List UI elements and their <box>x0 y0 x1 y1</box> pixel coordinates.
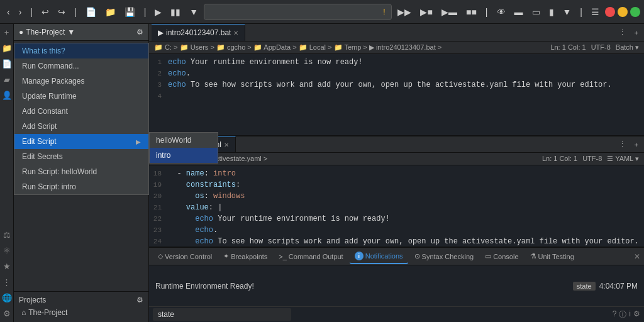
open-button[interactable]: 📁 <box>102 5 119 19</box>
globe-icon[interactable]: 🌐 <box>1 292 13 304</box>
run-command-label: Run Command... <box>22 62 79 70</box>
new-tab-btn[interactable]: + <box>631 26 641 38</box>
lower-code-line-20: 20 os: windows <box>149 191 644 202</box>
separator3: | <box>141 5 150 19</box>
edit-script-item[interactable]: Edit Script ▶ <box>14 134 148 149</box>
main-layout: + 📁 📄 ▰ 👤 ⚖ ⚛ ★ ⋮ 🌐 ⚙ ● The-Project ▼ ⚙ … <box>0 24 644 322</box>
add-script-item[interactable]: Add Script <box>14 119 148 134</box>
bottom-panel-close[interactable]: ✕ <box>634 252 640 261</box>
window-close-button[interactable] <box>605 7 615 17</box>
add-constant-item[interactable]: Add Constant <box>14 104 148 119</box>
project-list-item[interactable]: ⌂ The-Project <box>19 307 143 318</box>
save-button[interactable]: 💾 <box>121 5 138 19</box>
project-header[interactable]: ● The-Project ▼ ⚙ <box>14 24 148 41</box>
update-runtime-item[interactable]: Update Runtime <box>14 89 148 104</box>
command-output-label: Command Output <box>289 253 343 260</box>
run-hello-item[interactable]: Run Script: helloWorld <box>14 164 148 179</box>
btab-console[interactable]: ▭ Console <box>480 250 523 263</box>
settings-icon[interactable]: ⚙ <box>2 308 12 319</box>
upper-ln-col: Ln: 1 Col: 1 <box>550 43 586 52</box>
btab-command-output[interactable]: >_ Command Output <box>274 250 348 263</box>
lower-encoding: UTF-8 <box>582 155 602 163</box>
goto-bar[interactable]: Go to Anything ! <box>204 4 392 20</box>
info-circle-icon[interactable]: ⓘ <box>619 309 626 320</box>
layout-btn3[interactable]: ▮ <box>546 5 557 19</box>
redo-button[interactable]: ↪ <box>55 5 69 19</box>
toolbar-icon1[interactable]: ▶▶ <box>394 5 414 19</box>
btab-version-control[interactable]: ◇ Version Control <box>153 250 217 263</box>
lower-split-btn[interactable]: ⋮ <box>616 138 629 150</box>
btab-notifications[interactable]: i Notifications <box>350 249 408 264</box>
add-icon[interactable]: + <box>3 26 11 38</box>
projects-gear-icon[interactable]: ⚙ <box>136 296 143 304</box>
what-is-this-label: What is this? <box>22 47 65 55</box>
hamburger-button[interactable]: ☰ <box>588 5 602 19</box>
project-settings-icon[interactable]: ⚙ <box>136 28 143 36</box>
btab-unit-testing[interactable]: ⚗ Unit Testing <box>525 250 579 263</box>
lower-new-tab-btn[interactable]: + <box>631 138 641 150</box>
edit-secrets-item[interactable]: Edit Secrets <box>14 149 148 164</box>
manage-packages-item[interactable]: Manage Packages <box>14 74 148 89</box>
upper-tab-close[interactable]: ✕ <box>233 30 238 36</box>
editor-split: ▶ intro240123407.bat ✕ ⋮ + 📁 C: > 📁 User… <box>149 24 644 247</box>
split-down-btn[interactable]: ⋮ <box>616 26 629 38</box>
run-button[interactable]: ▶ <box>152 5 165 19</box>
file-icon[interactable]: 📄 <box>1 58 13 70</box>
dots-icon[interactable]: ⋮ <box>1 276 12 288</box>
person-icon[interactable]: 👤 <box>1 89 13 101</box>
submenu-arrow-icon: ▶ <box>136 138 141 145</box>
toolbar-icon3[interactable]: ▶▬ <box>438 5 460 19</box>
settings-circle-icon[interactable]: ⚙ <box>633 309 640 320</box>
goto-input[interactable]: Go to Anything <box>211 8 383 16</box>
eye-button[interactable]: 👁 <box>494 5 509 19</box>
submenu-helloworld[interactable]: helloWorld <box>150 133 218 148</box>
flask-icon[interactable]: ⚖ <box>2 229 12 241</box>
layout-btn2[interactable]: ▭ <box>529 5 543 19</box>
new-file-button[interactable]: 📄 <box>82 5 99 19</box>
toolbar-icon4[interactable]: ■■ <box>463 5 480 19</box>
folder-icon[interactable]: 📁 <box>1 42 13 54</box>
window-minimize-button[interactable] <box>618 7 628 17</box>
lower-code-line-19: 19 constraints: <box>149 179 644 191</box>
lower-tab-right-btns: ⋮ + <box>616 138 641 150</box>
pause-button[interactable]: ▮▮ <box>167 5 184 19</box>
upper-breadcrumb-text: 📁 C: > 📁 Users > 📁 cgcho > 📁 AppData > 📁… <box>154 43 441 52</box>
lower-code-line-23: 23 echo. <box>149 225 644 236</box>
run-intro-item[interactable]: Run Script: intro <box>14 179 148 194</box>
help-icon[interactable]: ? <box>613 309 617 320</box>
edit-script-label: Edit Script <box>22 137 57 146</box>
layout-more[interactable]: ▼ <box>560 5 575 19</box>
projects-label: Projects <box>19 296 46 304</box>
window-maximize-button[interactable] <box>630 7 640 17</box>
submenu-intro[interactable]: intro <box>150 148 218 163</box>
toolbar-icon2[interactable]: ▶■ <box>417 5 435 19</box>
what-is-this-item[interactable]: What is this? <box>14 43 148 58</box>
lower-yaml-mode[interactable]: ☰ YAML ▾ <box>607 155 639 163</box>
info-icon-small[interactable]: i <box>629 309 631 320</box>
upper-batch-mode[interactable]: Batch ▾ <box>616 43 639 52</box>
project-name: The-Project <box>26 28 65 36</box>
nav-separator: | <box>27 5 36 19</box>
btab-breakpoints[interactable]: ✦ Breakpoints <box>218 250 272 263</box>
bottom-right-icons: ? ⓘ i ⚙ <box>613 309 640 320</box>
code-line-1: 1 echo Your runtime environment is now r… <box>149 57 644 68</box>
layout-btn1[interactable]: ▬ <box>511 5 526 19</box>
more-button[interactable]: ▼ <box>186 5 201 19</box>
undo-button[interactable]: ↩ <box>38 5 52 19</box>
lower-code-line-22: 22 echo Your runtime environment is now … <box>149 213 644 225</box>
atom-icon[interactable]: ⚛ <box>2 245 12 257</box>
lower-tab-close[interactable]: ✕ <box>224 142 229 148</box>
nav-back-button[interactable]: ‹ <box>4 5 13 19</box>
upper-tab-bat[interactable]: ▶ intro240123407.bat ✕ <box>152 24 245 41</box>
run-hello-label: Run Script: helloWorld <box>22 167 97 176</box>
lower-status-right: Ln: 1 Col: 1 UTF-8 ☰ YAML ▾ <box>542 155 639 163</box>
run-command-item[interactable]: Run Command... <box>14 58 148 74</box>
nav-forward-button[interactable]: › <box>16 5 25 19</box>
star-icon[interactable]: ★ <box>2 260 12 272</box>
btab-syntax-checking[interactable]: ⊙ Syntax Checking <box>409 250 479 263</box>
upper-code-editor[interactable]: 1 echo Your runtime environment is now r… <box>149 54 644 135</box>
lower-code-editor[interactable]: 18 - name: intro 19 constraints: 20 os: … <box>149 165 644 247</box>
database-icon[interactable]: ▰ <box>3 74 11 86</box>
bottom-command-input[interactable] <box>153 308 291 321</box>
left-icon-sidebar: + 📁 📄 ▰ 👤 ⚖ ⚛ ★ ⋮ 🌐 ⚙ <box>0 24 14 322</box>
